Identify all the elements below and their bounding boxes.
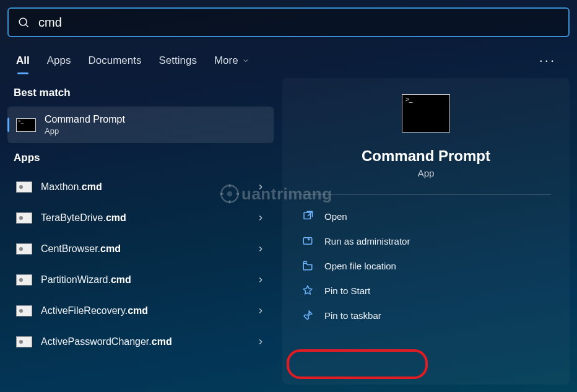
app-result[interactable]: ActiveFileRecovery.cmd (7, 295, 274, 326)
tab-settings[interactable]: Settings (158, 54, 196, 67)
chevron-right-icon (256, 183, 265, 191)
app-result[interactable]: CentBrowser.cmd (7, 233, 274, 264)
cmd-file-icon (16, 212, 32, 224)
open-icon (302, 211, 313, 222)
details-panel: Command Prompt App OpenRun as administra… (282, 78, 570, 385)
section-best-match: Best match (7, 78, 274, 107)
cmd-file-icon (16, 243, 32, 255)
action-open-file-location[interactable]: Open file location (291, 253, 561, 278)
overflow-menu-button[interactable]: ··· (534, 50, 561, 71)
chevron-right-icon (256, 276, 265, 284)
search-icon (17, 16, 38, 28)
chevron-right-icon (256, 307, 265, 315)
cmd-file-icon (16, 274, 32, 285)
action-run-as-administrator[interactable]: Run as administrator (291, 229, 561, 253)
svg-line-1 (26, 25, 28, 27)
cmd-file-icon (16, 305, 32, 316)
action-label: Pin to Start (324, 285, 370, 296)
app-result[interactable]: ActivePasswordChanger.cmd (7, 326, 274, 357)
action-pin-to-start[interactable]: Pin to Start (291, 278, 561, 303)
app-result[interactable]: Maxthon.cmd (7, 172, 274, 203)
chevron-right-icon (256, 214, 265, 222)
svg-rect-2 (304, 212, 311, 219)
folder-icon (302, 260, 313, 271)
divider (301, 194, 551, 195)
app-result-label: PartitionWizard.cmd (41, 274, 256, 285)
best-match-result[interactable]: Command Prompt App (7, 107, 274, 143)
svg-point-0 (19, 18, 27, 25)
action-label: Run as administrator (324, 236, 410, 246)
app-result[interactable]: TeraByteDrive.cmd (7, 203, 274, 233)
command-prompt-icon (402, 94, 450, 133)
panel-subtitle: App (418, 168, 435, 178)
annotation-highlight (287, 349, 428, 379)
results-column: Best match Command Prompt App Apps Maxth… (7, 78, 274, 385)
app-result-label: Maxthon.cmd (41, 181, 256, 193)
app-result[interactable]: PartitionWizard.cmd (7, 264, 274, 295)
app-result-label: CentBrowser.cmd (41, 243, 256, 255)
best-match-title: Command Prompt (45, 114, 125, 125)
action-label: Open (324, 211, 347, 222)
panel-title: Command Prompt (362, 147, 490, 165)
admin-icon (302, 235, 313, 246)
filter-tabs: AllAppsDocumentsSettingsMore ··· (7, 43, 570, 78)
action-label: Open file location (324, 261, 396, 271)
tab-documents[interactable]: Documents (88, 54, 141, 67)
cmd-file-icon (16, 336, 32, 347)
action-open[interactable]: Open (291, 204, 561, 229)
app-result-label: ActiveFileRecovery.cmd (41, 305, 256, 316)
search-input[interactable] (38, 15, 560, 30)
pinstart-icon (302, 285, 313, 296)
chevron-right-icon (256, 245, 265, 253)
cmd-file-icon (16, 181, 32, 193)
app-result-label: TeraByteDrive.cmd (41, 212, 256, 224)
section-apps: Apps (7, 143, 274, 172)
app-result-label: ActivePasswordChanger.cmd (41, 336, 256, 347)
pintask-icon (302, 310, 313, 321)
chevron-right-icon (256, 338, 265, 346)
chevron-down-icon (242, 57, 249, 64)
best-match-subtitle: App (45, 126, 125, 136)
tab-more[interactable]: More (214, 54, 249, 67)
command-prompt-icon (16, 118, 36, 132)
search-bar[interactable] (7, 7, 570, 37)
tab-all[interactable]: All (16, 54, 30, 67)
action-pin-to-taskbar[interactable]: Pin to taskbar (291, 303, 561, 328)
action-label: Pin to taskbar (324, 310, 381, 321)
tab-apps[interactable]: Apps (47, 54, 71, 67)
